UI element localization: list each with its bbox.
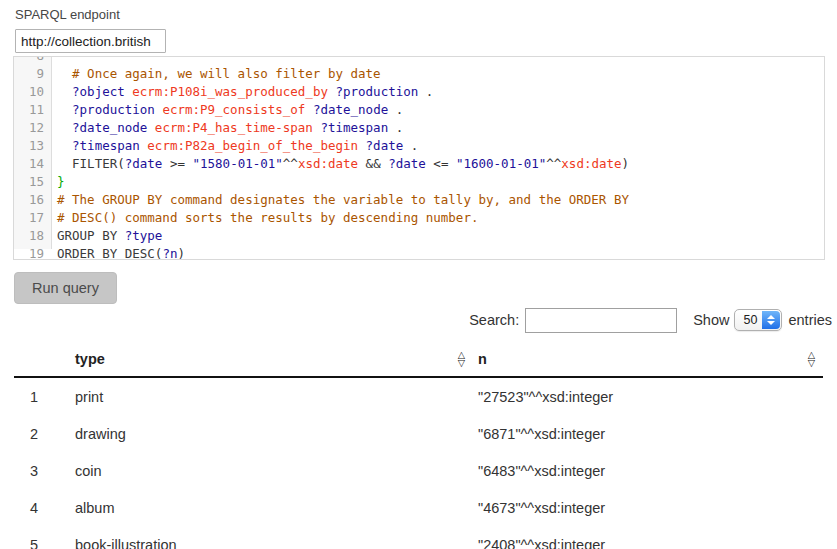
- endpoint-input[interactable]: [15, 29, 166, 53]
- header-type-label: type: [75, 351, 105, 367]
- sparql-code-editor[interactable]: 8910111213141516171819 # Once again, we …: [13, 56, 825, 260]
- header-index: [14, 342, 74, 377]
- table-controls: Search: Show 50 entries: [469, 306, 832, 334]
- results-table-body: 1print"27523"^^xsd:integer2drawing"6871"…: [14, 377, 823, 549]
- line-number: 11: [14, 101, 44, 119]
- run-query-button[interactable]: Run query: [14, 272, 117, 304]
- search-input[interactable]: [525, 308, 677, 333]
- row-index: 1: [14, 377, 74, 415]
- row-index: 5: [14, 526, 74, 549]
- table-row: 2drawing"6871"^^xsd:integer: [14, 415, 823, 452]
- code-line: [57, 56, 824, 65]
- cell-n: "6871"^^xsd:integer: [477, 415, 823, 452]
- line-number: 18: [14, 227, 44, 245]
- cell-type: album: [74, 489, 477, 526]
- search-label: Search:: [469, 312, 519, 328]
- code-line: # The GROUP BY command designates the va…: [57, 191, 824, 209]
- editor-gutter: 8910111213141516171819: [14, 56, 52, 249]
- header-n-label: n: [478, 351, 487, 367]
- page-size-select[interactable]: 50: [734, 309, 782, 331]
- cell-n: "6483"^^xsd:integer: [477, 452, 823, 489]
- line-number: 13: [14, 137, 44, 155]
- cell-type: book-illustration: [74, 526, 477, 549]
- line-number: 17: [14, 209, 44, 227]
- table-row: 5book-illustration"2408"^^xsd:integer: [14, 526, 823, 549]
- code-line: # DESC() command sorts the results by de…: [57, 209, 824, 227]
- code-line: ORDER BY DESC(?n): [57, 245, 824, 260]
- code-line: GROUP BY ?type: [57, 227, 824, 245]
- line-number: 14: [14, 155, 44, 173]
- sort-icon[interactable]: △▽: [458, 351, 465, 367]
- show-entries-label: Show: [693, 312, 729, 328]
- code-line: ?production ecrm:P9_consists_of ?date_no…: [57, 101, 824, 119]
- sparql-query-app: { "endpoint": { "label": "SPARQL endpoin…: [0, 0, 837, 549]
- table-row: 1print"27523"^^xsd:integer: [14, 377, 823, 415]
- cell-n: "27523"^^xsd:integer: [477, 377, 823, 415]
- cell-type: coin: [74, 452, 477, 489]
- line-number: 15: [14, 173, 44, 191]
- header-n[interactable]: n △▽: [477, 342, 823, 377]
- code-line: FILTER(?date >= "1580-01-01"^^xsd:date &…: [57, 155, 824, 173]
- cell-type: drawing: [74, 415, 477, 452]
- sort-icon[interactable]: △▽: [808, 351, 815, 367]
- line-number: 12: [14, 119, 44, 137]
- code-line: ?object ecrm:P108i_was_produced_by ?prod…: [57, 83, 824, 101]
- table-header-row: type △▽ n △▽: [14, 342, 823, 377]
- code-line: ?date_node ecrm:P4_has_time-span ?timesp…: [57, 119, 824, 137]
- line-number: 19: [14, 245, 44, 260]
- entries-label: entries: [788, 312, 832, 328]
- code-line: }: [57, 173, 824, 191]
- cell-type: print: [74, 377, 477, 415]
- table-row: 4album"4673"^^xsd:integer: [14, 489, 823, 526]
- row-index: 2: [14, 415, 74, 452]
- code-line: # Once again, we will also filter by dat…: [57, 65, 824, 83]
- row-index: 4: [14, 489, 74, 526]
- row-index: 3: [14, 452, 74, 489]
- line-number: 10: [14, 83, 44, 101]
- endpoint-label: SPARQL endpoint: [15, 7, 120, 22]
- editor-scroll-content: 8910111213141516171819 # Once again, we …: [14, 56, 824, 249]
- editor-code: # Once again, we will also filter by dat…: [52, 56, 824, 249]
- select-stepper-icon: [762, 311, 780, 329]
- header-type[interactable]: type △▽: [74, 342, 477, 377]
- results-table: type △▽ n △▽ 1print"27523"^^xsd:integer2…: [14, 342, 823, 549]
- line-number: 9: [14, 65, 44, 83]
- code-line: ?timespan ecrm:P82a_begin_of_the_begin ?…: [57, 137, 824, 155]
- table-row: 3coin"6483"^^xsd:integer: [14, 452, 823, 489]
- cell-n: "4673"^^xsd:integer: [477, 489, 823, 526]
- line-number: 8: [14, 56, 44, 65]
- line-number: 16: [14, 191, 44, 209]
- cell-n: "2408"^^xsd:integer: [477, 526, 823, 549]
